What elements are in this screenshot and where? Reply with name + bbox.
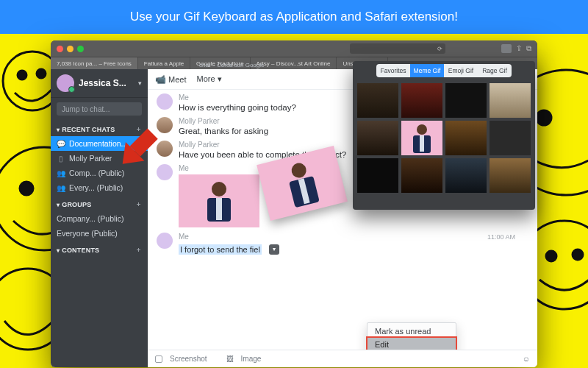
add-chat-icon[interactable]: ＋ <box>135 124 142 134</box>
promo-banner-text: Use your Gif Keyboard as Application and… <box>130 10 458 24</box>
message-sender: Me <box>179 164 189 172</box>
message-draft-text[interactable]: I forgot to send the fiel <box>179 244 262 255</box>
gif-thumb[interactable] <box>490 158 531 193</box>
svg-point-9 <box>537 110 551 125</box>
meet-button[interactable]: Meet <box>168 75 186 84</box>
svg-rect-15 <box>216 198 222 220</box>
chevron-down-icon: ▾ <box>57 127 60 133</box>
svg-point-5 <box>20 182 33 195</box>
group-icon: 👥 <box>57 184 65 192</box>
gif-thumb[interactable] <box>401 158 442 193</box>
chevron-down-icon: ▾ <box>57 247 60 254</box>
gif-picker-panel: Favorites Meme Gif Emoji Gif Rage Gif <box>353 61 535 210</box>
gif-thumb[interactable] <box>357 158 398 193</box>
window-titlebar: ⟳ ⇪ ⧉ <box>51 40 537 57</box>
minimize-icon[interactable] <box>67 46 74 52</box>
gif-thumb[interactable] <box>445 121 487 155</box>
gif-thumb[interactable] <box>490 83 531 118</box>
avatar <box>57 74 74 92</box>
ctx-mark-unread[interactable]: Mark as unread <box>368 325 456 338</box>
sidebar-item-group-company[interactable]: Company... (Public) <box>51 211 148 226</box>
sidebar-section-groups[interactable]: ▾GROUPS ＋ <box>51 195 148 211</box>
seg-favorites[interactable]: Favorites <box>376 64 410 77</box>
address-bar[interactable]: ⟳ <box>350 43 445 54</box>
gif-thumb[interactable] <box>401 83 442 118</box>
screenshot-label: Screenshot <box>170 355 207 363</box>
message: Me11:00 AM I forgot to send the fiel ▾ <box>148 229 537 257</box>
gif-thumb[interactable] <box>357 83 398 118</box>
emoji-icon[interactable]: ☺ <box>523 355 530 363</box>
message-sender: Me <box>179 233 189 241</box>
svg-rect-16 <box>290 161 308 179</box>
svg-point-11 <box>546 251 556 261</box>
window-traffic-lights[interactable] <box>57 46 84 52</box>
gif-thumb-grid <box>353 80 535 196</box>
composer-bar: Screenshot 🖼 Image ☺ <box>148 350 537 367</box>
avatar <box>157 233 173 249</box>
gif-thumb[interactable] <box>445 83 487 118</box>
tabs-icon[interactable]: ⧉ <box>526 44 531 53</box>
video-icon[interactable]: 📹 <box>155 74 166 85</box>
close-icon[interactable] <box>57 46 63 52</box>
svg-rect-13 <box>212 182 226 197</box>
group-icon: 👥 <box>57 169 65 177</box>
message-gif[interactable] <box>179 174 259 227</box>
sidebar-item-everyone[interactable]: 👥Every... (Public) <box>51 180 148 195</box>
svg-rect-21 <box>420 135 424 152</box>
message-sender: Me <box>179 93 189 102</box>
gif-thumb[interactable] <box>445 158 487 193</box>
gif-thumb[interactable] <box>490 121 531 155</box>
gif-thumb[interactable] <box>357 121 398 155</box>
seg-rage-gif[interactable]: Rage Gif <box>478 64 512 77</box>
gif-category-segmented: Favorites Meme Gif Emoji Gif Rage Gif <box>376 64 512 77</box>
browser-tab[interactable]: Fattura a Apple <box>138 57 190 69</box>
chevron-down-icon: ▾ <box>57 202 60 208</box>
avatar <box>157 164 173 180</box>
image-label: Image <box>241 355 262 363</box>
sidebar-profile[interactable]: Jessica S... ▾ <box>51 69 148 98</box>
chevron-down-icon[interactable]: ▾ <box>138 79 142 87</box>
message-time: 11:00 AM <box>487 233 515 241</box>
svg-point-3 <box>37 69 46 78</box>
add-content-icon[interactable]: ＋ <box>135 245 142 255</box>
seg-emoji-gif[interactable]: Emoji Gif <box>444 64 478 77</box>
image-icon[interactable]: 🖼 <box>226 355 234 363</box>
profile-name: Jessica S... <box>79 78 126 88</box>
more-button[interactable]: More ▾ <box>196 74 221 84</box>
svg-point-12 <box>573 250 583 260</box>
screenshot-checkbox[interactable] <box>155 355 162 363</box>
avatar <box>157 93 173 110</box>
share-icon[interactable]: ⇪ <box>516 44 522 53</box>
page-subtitle: chat – Cerca con Google <box>199 62 265 68</box>
browser-tab[interactable]: 7,038 Icon pa... – Free Icons <box>51 57 138 69</box>
sidebar-section-recent[interactable]: ▾RECENT CHATS ＋ <box>51 120 148 136</box>
jump-to-chat-input[interactable]: Jump to chat... <box>57 102 142 116</box>
avatar <box>157 117 173 133</box>
message-sender: Molly Parker <box>179 117 220 125</box>
sidebar-section-contents[interactable]: ▾CONTENTS ＋ <box>51 241 148 257</box>
gif-thumb[interactable] <box>401 121 442 155</box>
message-menu-button[interactable]: ▾ <box>269 244 279 255</box>
svg-rect-19 <box>417 124 427 135</box>
zoom-icon[interactable] <box>77 46 84 52</box>
promo-banner: Use your Gif Keyboard as Application and… <box>0 0 588 34</box>
message-sender: Molly Parker <box>179 141 220 149</box>
mobile-icon: ▯ <box>57 155 65 163</box>
chat-sidebar: Jessica S... ▾ Jump to chat... ▾RECENT C… <box>51 69 148 367</box>
chat-icon: 💬 <box>57 140 65 148</box>
extension-gif-icon[interactable] <box>501 44 512 53</box>
sidebar-item-group-everyone[interactable]: Everyone (Public) <box>51 226 148 241</box>
add-group-icon[interactable]: ＋ <box>135 199 142 209</box>
seg-meme-gif[interactable]: Meme Gif <box>410 64 444 77</box>
svg-point-2 <box>18 71 26 79</box>
